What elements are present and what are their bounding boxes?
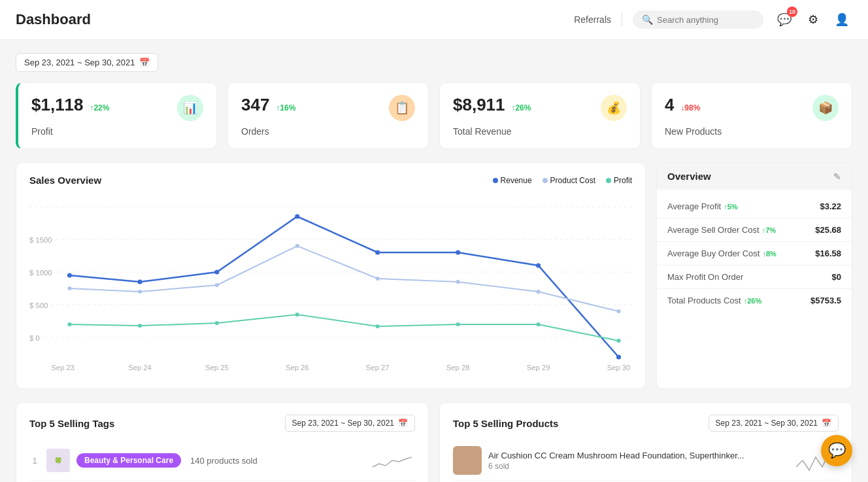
sales-chart-svg: $ 0 $ 500 $ 1000 $ 1500 (29, 194, 632, 377)
svg-text:Sep 25: Sep 25 (205, 364, 229, 371)
svg-point-26 (138, 324, 142, 328)
svg-point-15 (536, 264, 541, 268)
user-menu-button[interactable]: 👤 (831, 9, 852, 30)
search-input[interactable] (657, 15, 754, 25)
overview-panel: Overview ✎ Average Profit↑5% $3.22 Avera… (656, 162, 852, 389)
kpi-label-orders: Orders (241, 126, 415, 137)
tag-rank: 1 (29, 456, 40, 466)
kpi-card-revenue: $8,911 ↑26% 💰 Total Revenue (439, 82, 641, 149)
legend-label-profit: Profit (614, 176, 632, 185)
notifications-button[interactable]: 💬 10 (774, 9, 795, 30)
product-sold: 6 sold (488, 462, 786, 471)
kpi-value-profit: $1,118 (31, 95, 84, 114)
tag-thumbnail: 🍀 (46, 449, 70, 472)
overview-header: Overview ✎ (657, 163, 852, 190)
legend-profit: Profit (606, 176, 632, 185)
kpi-change-orders: ↑16% (276, 103, 295, 112)
kpi-icon-revenue: 💰 (601, 95, 627, 121)
kpi-value-revenue: $8,911 (453, 95, 505, 114)
user-icon: 👤 (835, 12, 849, 27)
legend-dot-product-cost (542, 178, 548, 183)
page-title: Dashboard (16, 11, 574, 28)
edit-icon[interactable]: ✎ (833, 171, 841, 182)
svg-point-10 (137, 280, 142, 284)
overview-key-avg-profit: Average Profit↑5% (667, 201, 738, 211)
svg-point-13 (375, 250, 380, 255)
product-name: Air Cushion CC Cream Mushroom Head Found… (488, 451, 786, 460)
gear-icon: ⚙ (808, 12, 818, 27)
overview-row-total-cost: Total Products Cost↑26% $5753.5 (657, 289, 852, 312)
top-tags-date-picker[interactable]: Sep 23, 2021 ~ Sep 30, 2021 📅 (285, 415, 415, 432)
overview-row-max-profit: Max Profit On Order $0 (657, 266, 852, 289)
svg-point-11 (214, 270, 219, 275)
tags-list: 1 🍀 Beauty & Personal Care 140 products … (29, 441, 415, 482)
svg-point-23 (537, 290, 541, 294)
app-header: Dashboard Referrals 🔍 💬 10 ⚙ 👤 (0, 0, 868, 40)
svg-point-27 (215, 321, 219, 325)
kpi-icon-profit: 📊 (177, 95, 203, 121)
svg-point-9 (67, 273, 72, 278)
overview-key-avg-sell: Average Sell Order Cost↑7% (667, 225, 776, 235)
kpi-change-profit: ↑22% (90, 103, 109, 112)
svg-text:$ 0: $ 0 (29, 334, 40, 342)
svg-text:Sep 27: Sep 27 (366, 364, 390, 371)
list-item: Air Cushion CC Cream Mushroom Head Found… (453, 441, 839, 481)
overview-row-avg-buy: Average Buy Order Cost↑8% $16.58 (657, 242, 852, 266)
header-right: Referrals 🔍 💬 10 ⚙ 👤 (574, 9, 852, 30)
sales-chart-area: $ 0 $ 500 $ 1000 $ 1500 (29, 194, 632, 377)
svg-point-19 (215, 283, 219, 287)
legend-revenue: Revenue (493, 176, 532, 185)
svg-text:$ 1000: $ 1000 (29, 269, 52, 277)
overview-val-avg-buy: $16.58 (815, 249, 841, 258)
top-tags-date-label: Sep 23, 2021 ~ Sep 30, 2021 (292, 419, 394, 428)
kpi-value-new-products: 4 (665, 95, 674, 114)
overview-val-total-cost: $5753.5 (810, 296, 841, 305)
chat-button[interactable]: 💬 (821, 435, 852, 466)
list-item: 1 🍀 Beauty & Personal Care 140 products … (29, 441, 415, 481)
svg-point-24 (616, 309, 620, 313)
kpi-card-profit: $1,118 ↑22% 📊 Profit (16, 82, 217, 149)
product-img (453, 446, 482, 475)
kpi-value-orders: 347 (241, 95, 269, 114)
kpi-icon-orders: 📋 (389, 95, 415, 121)
svg-point-21 (376, 277, 380, 281)
legend-product-cost: Product Cost (542, 176, 595, 185)
kpi-card-orders: 347 ↑16% 📋 Orders (227, 82, 429, 149)
svg-point-25 (67, 322, 71, 326)
sales-row: Sales Overview Revenue Product Cost Prof… (16, 162, 852, 389)
products-list: Air Cushion CC Cream Mushroom Head Found… (453, 441, 839, 482)
legend-dot-profit (606, 178, 611, 183)
calendar-icon-products: 📅 (822, 419, 831, 428)
kpi-icon-new-products: 📦 (812, 95, 839, 121)
sales-overview-title: Sales Overview (29, 175, 101, 186)
sales-chart-container: Sales Overview Revenue Product Cost Prof… (16, 162, 646, 389)
overview-val-avg-profit: $3.22 (820, 201, 841, 211)
overview-key-max-profit: Max Profit On Order (667, 272, 743, 282)
chat-icon: 💬 (828, 442, 846, 459)
main-content: Sep 23, 2021 ~ Sep 30, 2021 📅 $1,118 ↑22… (0, 40, 868, 482)
kpi-label-revenue: Total Revenue (453, 126, 627, 137)
svg-point-30 (456, 322, 460, 326)
kpi-change-new-products: ↓98% (680, 103, 700, 112)
tag-sparkline (369, 447, 415, 473)
svg-text:Sep 30: Sep 30 (607, 364, 631, 371)
top-products-title: Top 5 Selling Products (453, 418, 558, 429)
settings-button[interactable]: ⚙ (803, 9, 824, 30)
date-range-picker[interactable]: Sep 23, 2021 ~ Sep 30, 2021 📅 (16, 53, 158, 72)
top-products-card: Top 5 Selling Products Sep 23, 2021 ~ Se… (439, 402, 852, 482)
kpi-card-new-products: 4 ↓98% 📦 New Products (651, 82, 852, 149)
top-products-date-picker[interactable]: Sep 23, 2021 ~ Sep 30, 2021 📅 (709, 415, 839, 432)
legend-label-revenue: Revenue (501, 176, 532, 185)
kpi-change-revenue: ↑26% (511, 103, 531, 112)
overview-key-avg-buy: Average Buy Order Cost↑8% (667, 249, 776, 258)
overview-key-total-cost: Total Products Cost↑26% (667, 296, 761, 305)
referrals-link[interactable]: Referrals (574, 14, 611, 25)
svg-text:Sep 26: Sep 26 (286, 364, 309, 371)
svg-point-31 (537, 322, 541, 326)
search-box[interactable]: 🔍 (633, 10, 763, 29)
svg-point-18 (138, 290, 142, 294)
svg-point-17 (67, 286, 71, 290)
kpi-label-profit: Profit (31, 126, 203, 137)
kpi-label-new-products: New Products (665, 126, 839, 137)
legend-label-product-cost: Product Cost (550, 176, 595, 185)
